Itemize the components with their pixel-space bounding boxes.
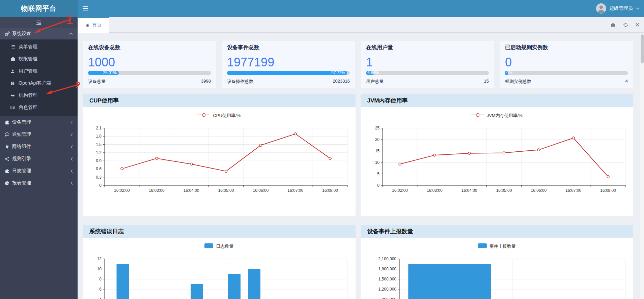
app-logo[interactable]: 物联网平台 <box>0 0 78 17</box>
android-icon <box>85 23 90 28</box>
tab-home[interactable]: 首页 <box>78 17 109 33</box>
tab-bar: 首页 <box>78 17 644 33</box>
chart-title: CUP使用率 <box>83 94 356 107</box>
refresh-button[interactable] <box>623 23 628 27</box>
plug-icon <box>5 144 12 149</box>
stat-title: 在线用户量 <box>361 41 494 54</box>
scrollbar-thumb[interactable] <box>641 34 644 63</box>
chart-title: 设备事件上报数量 <box>361 225 634 238</box>
svg-text:5: 5 <box>377 172 380 176</box>
svg-text:16:02:00: 16:02:00 <box>392 188 408 193</box>
svg-text:1.5: 1.5 <box>96 142 102 147</box>
sidebar-item-role-management[interactable]: 角色管理 <box>0 101 78 114</box>
user-name: 超级管理员 <box>609 5 633 11</box>
stat-card-device-events: 设备事件总数 1977199 97.72% 设备操作总数 2023316 <box>222 41 355 88</box>
sidebar-menu-toggle[interactable] <box>0 17 78 28</box>
svg-text:1,200,000: 1,200,000 <box>378 287 396 292</box>
device-event-report-bar-chart: 0300,000600,000900,0001,200,0001,500,000… <box>364 249 634 299</box>
svg-text:15: 15 <box>375 149 380 153</box>
progress-label: 25.01% <box>103 71 117 75</box>
top-navbar: 超级管理员 <box>78 0 644 17</box>
sidebar-item-device-management[interactable]: 设备管理 <box>0 116 78 128</box>
sidebar: 系统设置 菜单管理 权限管理 用户管理 <box>0 17 78 299</box>
svg-text:16:03:00: 16:03:00 <box>149 188 165 193</box>
bar-charts-row: 系统错误日志 日志数量 024681012 设备事件上报数量 <box>83 225 633 299</box>
stat-title: 设备事件总数 <box>222 41 355 54</box>
stat-card-online-devices: 在线设备总数 1000 25.01% 设备总量 3998 <box>83 41 216 88</box>
sidebar-item-label: 网络组件 <box>12 144 71 150</box>
chevron-up-icon <box>69 32 73 35</box>
sidebar-item-label: 用户管理 <box>19 68 37 74</box>
sidebar-item-user-management[interactable]: 用户管理 <box>0 65 78 77</box>
dashboard-scroll-area: 在线设备总数 1000 25.01% 设备总量 3998 设备事件总数 1977… <box>78 33 644 299</box>
sidebar-item-system-settings[interactable]: 系统设置 <box>0 28 78 39</box>
svg-text:0.3: 0.3 <box>96 175 102 180</box>
sidebar-item-log-management[interactable]: 日志管理 <box>0 165 78 177</box>
vertical-scrollbar[interactable] <box>640 33 644 299</box>
sidebar-item-rule-engine[interactable]: 规则引擎 <box>0 153 78 165</box>
svg-text:16:06:00: 16:06:00 <box>531 188 547 193</box>
cpu-usage-line-chart: 00.30.60.91.21.51.82.116:02:0016:03:0016… <box>86 119 356 202</box>
close-icon[interactable] <box>636 23 639 27</box>
caret-down-icon <box>636 7 639 9</box>
svg-text:2,100,000: 2,100,000 <box>378 257 396 261</box>
sidebar-item-label: 设备管理 <box>12 119 71 125</box>
sidebar-item-openapi-client[interactable]: OpenApi客户端 <box>0 77 78 89</box>
svg-text:10: 10 <box>375 160 380 165</box>
stat-cards-row: 在线设备总数 1000 25.01% 设备总量 3998 设备事件总数 1977… <box>83 41 633 88</box>
svg-text:20: 20 <box>375 137 380 142</box>
chart-legend[interactable]: 事件上报数量 <box>361 238 634 249</box>
sidebar-item-label: 日志管理 <box>12 168 71 174</box>
handshake-icon <box>10 93 19 98</box>
id-card-icon <box>10 105 19 110</box>
svg-text:6: 6 <box>99 287 102 292</box>
svg-text:900,000: 900,000 <box>382 297 396 299</box>
stat-footer-label: 用户总量 <box>366 79 384 85</box>
sidebar-collapse-button[interactable] <box>78 0 93 17</box>
tab-controls <box>602 17 639 33</box>
chart-legend[interactable]: CPU使用率/% <box>83 107 356 119</box>
sidebar-item-label: 角色管理 <box>19 104 37 111</box>
legend-line-marker <box>471 113 484 118</box>
stat-value: 0 <box>500 54 633 69</box>
sidebar-item-notification-management[interactable]: 通知管理 <box>0 128 78 141</box>
svg-text:16:07:00: 16:07:00 <box>287 188 303 193</box>
legend-line-marker <box>197 113 210 118</box>
pie-chart-icon <box>5 181 12 185</box>
avatar <box>596 3 606 13</box>
svg-text:25: 25 <box>375 126 380 130</box>
user-menu[interactable]: 超级管理员 <box>596 0 644 17</box>
svg-text:16:05:00: 16:05:00 <box>496 188 512 193</box>
api-icon <box>10 81 19 86</box>
chart-legend[interactable]: 日志数量 <box>83 238 356 249</box>
briefcase-icon <box>10 57 19 61</box>
chart-legend[interactable]: JVM内存使用率/% <box>361 107 634 119</box>
svg-text:16:08:00: 16:08:00 <box>322 188 338 193</box>
progress-bar: 6.66% <box>366 71 489 75</box>
chevron-left-icon <box>71 157 73 161</box>
sidebar-item-menu-management[interactable]: 菜单管理 <box>0 41 78 53</box>
progress-bar: 25.01% <box>88 71 211 75</box>
progress-bar: 97.72% <box>227 71 350 75</box>
sidebar-item-network-components[interactable]: 网络组件 <box>0 141 78 153</box>
svg-text:0: 0 <box>377 183 380 188</box>
sidebar-item-label: 权限管理 <box>19 56 37 62</box>
stat-footer-value: 2023316 <box>333 79 350 85</box>
stat-footer-value: 3998 <box>201 79 211 85</box>
svg-text:0.6: 0.6 <box>96 167 102 171</box>
home-button[interactable] <box>610 23 616 27</box>
sidebar-item-organization-management[interactable]: 机构管理 <box>0 89 78 101</box>
chart-title: JVM内存使用率 <box>361 94 634 107</box>
sidebar-item-permission-management[interactable]: 权限管理 <box>0 53 78 65</box>
sidebar-item-report-management[interactable]: 报表管理 <box>0 177 78 189</box>
svg-text:16:07:00: 16:07:00 <box>565 188 581 193</box>
svg-text:16:08:00: 16:08:00 <box>600 188 616 193</box>
jvm-memory-line-chart: 051015202516:02:0016:03:0016:04:0016:05:… <box>364 119 634 202</box>
sidebar-item-label: 系统设置 <box>12 31 69 37</box>
outdent-icon <box>36 20 41 25</box>
progress-label: 0% <box>506 71 512 75</box>
device-event-report-chart-card: 设备事件上报数量 事件上报数量 0300,000600,000900,0001,… <box>361 225 634 299</box>
svg-text:16:02:00: 16:02:00 <box>114 188 130 193</box>
stat-footer-label: 设备操作总数 <box>227 79 253 85</box>
svg-text:1,500,000: 1,500,000 <box>378 277 396 281</box>
